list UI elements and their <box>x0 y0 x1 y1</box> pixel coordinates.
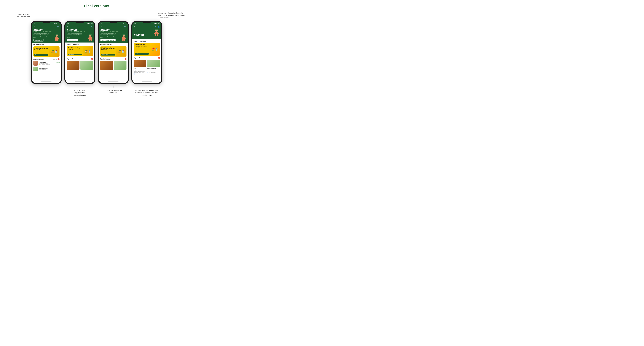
back-button-4[interactable]: ← <box>134 26 136 28</box>
explore-btn-3[interactable]: Explore now <box>101 54 115 56</box>
bottom-bar-3 <box>99 81 128 83</box>
phone-2: 9:41 ▲▼ WiFi ▐▐ ← 🔍 kitchen THE CULINA <box>64 21 95 84</box>
course-grid-thumb-indian-3 <box>100 61 113 70</box>
home-indicator-4 <box>142 82 152 82</box>
phone-1-container: 9:41 ▲▼ WiFi ▐▐ ← 🔍 <box>31 21 62 96</box>
header-top-2: ← 🔍 <box>67 26 93 28</box>
course-meta-vegan: ★ 4.5 • 20 hrs • 15 lessons <box>39 64 60 65</box>
status-icons-4: ▲▼ WiFi ▐▐ <box>154 23 160 24</box>
app-content-2[interactable]: Season's Greetings The Ultimate Mango Fe… <box>66 42 94 81</box>
app-subtitle-1: THE CULINARY MASTERCLASS <box>34 31 53 32</box>
cta-btn-2[interactable]: Get subscription <box>67 39 78 41</box>
home-indicator-1 <box>41 82 52 82</box>
cta-btn-1[interactable]: Subscribe now <box>34 39 44 42</box>
mango-title-1: The Ultimate Mango Festival <box>34 48 48 51</box>
status-icons-3: ▲▼ WiFi ▐▐ <box>120 23 126 24</box>
search-icon-2[interactable]: 🔍 <box>91 26 93 28</box>
svg-rect-11 <box>155 29 158 30</box>
app-subtitle-3: THE CULINARY MASTERCLASS <box>100 31 120 32</box>
bottom-bar-4 <box>132 81 161 83</box>
app-title-1: kitchen <box>34 28 53 31</box>
bottom-bar-2 <box>66 81 94 83</box>
course-name-vegan: Vegan Mantra <box>39 62 46 63</box>
character-illustration-3 <box>121 34 127 42</box>
bottom-bar-1 <box>32 81 61 83</box>
app-content-1[interactable]: Season's Greetings The Ultimate Mango Fe… <box>32 43 61 81</box>
annotation-bottom-4: Variation for a subscribed user. Removed… <box>133 86 161 96</box>
course-cards-row-4: ★ 4.5 Vegan Mantra 15 healthy plant base… <box>134 60 160 74</box>
course-grid-3 <box>100 61 126 70</box>
app-desc-1: The one stop destination to level up you… <box>34 33 50 38</box>
status-icons-1: ▲▼ WiFi ▐▐ <box>53 23 59 24</box>
app-content-4[interactable]: Season's Greetings The UltimateMango Fes… <box>132 39 161 81</box>
home-indicator-3 <box>108 82 118 82</box>
course-item-desi[interactable]: Desi Chinese 101 Chef Sanjyot Keer <box>33 66 60 71</box>
course-card-desi-chinese[interactable]: Desi Chinese 101 20 simple Indian vegeta… <box>147 60 160 74</box>
mango-banner-right-4: 🥭🥤 <box>150 43 160 56</box>
see-all-2[interactable]: SEE ALL › <box>87 58 93 60</box>
see-all-circle-2: › <box>91 58 93 60</box>
explore-btn-2[interactable]: Explore now <box>68 54 82 56</box>
phone-3: 9:41 ▲▼ WiFi ▐▐ ← 🔍 kitchen THE CULINA <box>98 21 129 84</box>
course-item-vegan[interactable]: Vegan Mantra ● NEW Chef Amrita Raichand … <box>33 61 60 66</box>
mango-banner-3: The Ultimate Mango Festival Explore now … <box>100 46 126 56</box>
annotation-top-right: Added a profile section from where users… <box>158 12 187 24</box>
cta-btn-3[interactable]: GET SUBSCRIPTION <box>100 39 116 41</box>
mango-banner-2: The Ultimate Mango Festival Explore now … <box>67 46 93 56</box>
app-title-2: kitchen <box>67 28 86 31</box>
app-desc-2: The one stop destination to level up you… <box>67 33 84 38</box>
seasons-greetings-2: Season's Greetings <box>67 44 93 45</box>
back-button-1[interactable]: ← <box>34 26 35 28</box>
phone-1: 9:41 ▲▼ WiFi ▐▐ ← 🔍 <box>31 21 62 84</box>
course-chef-desi: Chef Sanjyot Keer <box>39 69 60 70</box>
app-header-1: ← 🔍 kitchen THE CULINARY MASTERCLASS The… <box>32 25 61 43</box>
header-top-4: ← 🔍 👤 <box>134 26 160 28</box>
back-button-2[interactable]: ← <box>67 26 69 28</box>
phone-4-inner: 9:41 ▲▼ WiFi ▐▐ ← 🔍 👤 <box>132 22 161 83</box>
seasons-greetings-4: Season's Greetings <box>134 40 160 42</box>
see-all-1[interactable]: SEE ALL › <box>53 58 60 60</box>
explore-btn-1[interactable]: Explore now <box>34 54 48 56</box>
see-all-circle-4: › <box>158 57 160 59</box>
phone-3-container: 9:41 ▲▼ WiFi ▐▐ ← 🔍 kitchen THE CULINA <box>98 21 129 96</box>
phone-3-inner: 9:41 ▲▼ WiFi ▐▐ ← 🔍 kitchen THE CULINA <box>99 22 128 83</box>
app-content-3[interactable]: Season's Greetings The Ultimate Mango Fe… <box>99 43 128 81</box>
svg-rect-5 <box>89 34 91 35</box>
phone-4-container: 9:41 ▲▼ WiFi ▐▐ ← 🔍 👤 <box>132 21 162 96</box>
popular-courses-header-2: Popular Courses SEE ALL › <box>67 58 93 60</box>
app-title-4: kitchen <box>134 34 152 36</box>
popular-courses-header-4: Popular Courses SEE ALL › <box>134 57 160 59</box>
course-card-vegan[interactable]: ★ 4.5 Vegan Mantra 15 healthy plant base… <box>134 60 146 74</box>
profile-icon-4[interactable]: 👤 <box>158 26 160 28</box>
course-info-vegan: Vegan Mantra ● NEW Chef Amrita Raichand … <box>39 62 60 65</box>
app-desc-3: The one stop destination to level up you… <box>100 33 117 38</box>
annotation-top-left: Changed search bar into a search icon <box>13 13 34 24</box>
course-card-img-vegan <box>134 60 146 67</box>
popular-courses-title-4: Popular Courses <box>134 57 144 58</box>
course-card-name-desi: Desi Chinese 101 <box>147 68 160 69</box>
seasons-greetings-3: Season's Greetings <box>100 44 126 45</box>
explore-btn-4[interactable]: Explore now <box>135 53 149 54</box>
header-icons-2: 🔍 <box>91 26 93 28</box>
back-button-3[interactable]: ← <box>100 26 102 28</box>
character-illustration-1 <box>54 34 60 42</box>
search-icon-3[interactable]: 🔍 <box>124 26 126 28</box>
header-top-1: ← 🔍 <box>34 26 59 28</box>
notch-3 <box>110 22 117 23</box>
phone-2-container: 9:41 ▲▼ WiFi ▐▐ ← 🔍 kitchen THE CULINA <box>64 21 95 96</box>
phone-2-inner: 9:41 ▲▼ WiFi ▐▐ ← 🔍 kitchen THE CULINA <box>66 22 94 83</box>
search-icon-1[interactable]: 🔍 <box>57 26 59 28</box>
see-all-4[interactable]: SEE ALL › <box>154 57 160 59</box>
see-all-3[interactable]: SEE ALL › <box>120 58 126 60</box>
course-card-chef-vegan: 👤 Chef Amrita Raichand <box>134 74 146 74</box>
character-illustration-2 <box>88 34 93 42</box>
course-card-img-desi <box>147 60 160 67</box>
mango-banner-left-2: The Ultimate Mango Festival Explore now <box>67 46 83 56</box>
vegan-rating: 4.5 <box>135 68 136 69</box>
see-all-circle-3: › <box>125 58 126 60</box>
popular-courses-title-1: Popular Courses <box>33 58 44 60</box>
popular-courses-header-3: Popular Courses SEE ALL › <box>100 58 126 60</box>
search-icon-4[interactable]: 🔍 <box>154 26 156 28</box>
header-icons-4: 🔍 👤 <box>154 26 160 28</box>
mango-banner-1: The Ultimate Mango Festival Explore now … <box>33 46 60 57</box>
